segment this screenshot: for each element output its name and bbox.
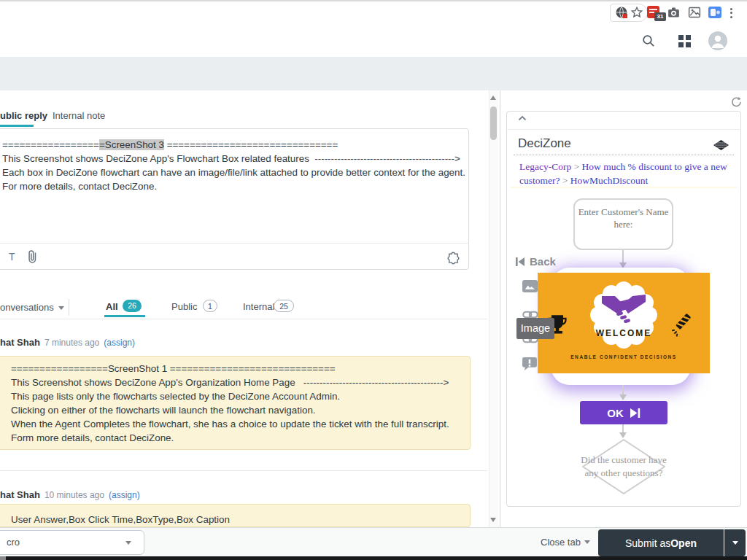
connector-line	[622, 250, 624, 263]
scroll-up-arrow[interactable]	[490, 96, 496, 100]
refresh-icon[interactable]	[730, 96, 741, 107]
editor-line-3: Each box in DeciZone flowchart can have …	[2, 166, 465, 179]
filter-internal[interactable]: Internal	[243, 301, 274, 312]
bookmark-star-icon[interactable]	[630, 6, 643, 19]
chevron-down-icon	[125, 541, 131, 545]
search-icon[interactable]	[642, 34, 655, 47]
app-title: DeciZone	[518, 136, 571, 151]
tab-internal-note[interactable]: Internal note	[53, 110, 105, 121]
chevron-down-icon	[732, 541, 738, 545]
decizone-logo-icon	[713, 139, 729, 151]
connector-arrowhead	[619, 432, 627, 438]
filter-public[interactable]: Public	[171, 301, 197, 312]
close-tab-label: Close tab	[541, 537, 581, 548]
editor-line-1: ==================ScreenShot 3 =========…	[2, 138, 338, 152]
flowchart-start-box[interactable]: Enter Customer's Name here:	[573, 198, 673, 250]
app-toolbar	[0, 22, 747, 58]
breadcrumb-org-link[interactable]: Legacy-Corp	[519, 161, 571, 172]
divider	[0, 470, 487, 471]
comment-time: 7 minutes ago	[44, 338, 99, 348]
submit-prefix: Submit as	[625, 537, 670, 549]
editor-line-4: For more details, contact DeciZone.	[2, 179, 157, 193]
editor-line-2: This Screenshot shows DeciZone App's Flo…	[2, 152, 460, 166]
browser-chrome: 31	[0, 0, 747, 24]
sidebar-divider	[500, 90, 500, 527]
comment-time: 10 minutes ago	[44, 490, 104, 500]
breadcrumb-node-link[interactable]: HowMuchDiscount	[570, 175, 649, 186]
note-line: =================ScreenShot 1 ==========…	[11, 362, 336, 376]
site-info-icon[interactable]	[615, 6, 628, 19]
tagline-text: ENABLE CONFIDENT DECISIONS	[538, 354, 710, 359]
notes-extension-icon[interactable]	[688, 6, 701, 19]
app-window: 31 Apps ublic reply Internal note	[0, 0, 747, 560]
firecracker-icon	[670, 313, 694, 338]
selected-text: =ScreenShot 3	[99, 139, 164, 150]
decision-line: any other questions?	[569, 467, 678, 480]
handshake-icon	[600, 293, 647, 324]
skip-back-icon	[515, 257, 525, 267]
assign-link[interactable]: (assign)	[104, 338, 135, 348]
editor-footer-separator	[0, 243, 469, 244]
welcome-image[interactable]: WELCOME ENABLE CONFIDENT DECISIONS	[538, 273, 710, 373]
dotted-divider	[514, 155, 734, 155]
macro-select[interactable]: cro	[0, 530, 144, 555]
welcome-badge: WELCOME	[595, 286, 653, 344]
bottom-edge-notch	[0, 556, 6, 560]
panel-separator	[506, 129, 741, 130]
filter-active-underline	[104, 315, 145, 317]
connector-arrowhead	[619, 394, 627, 400]
breadcrumb-underline	[511, 187, 737, 188]
chevron-down-icon	[58, 306, 64, 310]
divider	[0, 319, 487, 319]
calendar-extension-badge: 31	[654, 12, 666, 21]
filter-all-count: 26	[123, 300, 142, 312]
close-tab-button[interactable]: Close tab	[541, 537, 590, 548]
filter-internal-count: 25	[274, 300, 294, 312]
filter-public-count: 1	[203, 300, 217, 312]
active-tab-underline	[0, 125, 34, 127]
text-format-icon[interactable]: T	[9, 251, 15, 262]
image-tooltip: Image	[516, 318, 554, 339]
scroll-down-arrow[interactable]	[490, 518, 496, 522]
editor-apps-icon[interactable]	[446, 251, 460, 265]
comment-header: hat Shah 10 minutes ago (assign)	[0, 489, 140, 500]
note-line: Form more details, contact DeciZone.	[11, 431, 174, 445]
back-button[interactable]: Back	[515, 255, 556, 268]
comment-header: hat Shah 7 minutes ago (assign)	[0, 337, 135, 348]
camera-extension-icon[interactable]	[667, 6, 681, 19]
comment-author: hat Shah	[0, 489, 40, 500]
comment-author: hat Shah	[0, 337, 40, 348]
chevron-down-icon	[584, 540, 590, 544]
image-attachment-icon[interactable]	[522, 280, 538, 292]
apps-grid-icon[interactable]	[678, 35, 691, 47]
bottom-edge-strip	[0, 556, 747, 560]
note-line: This page lists only the flowcharts sele…	[11, 389, 340, 403]
ok-button[interactable]: OK	[580, 401, 667, 424]
avatar[interactable]	[708, 31, 727, 50]
attachment-icon[interactable]	[26, 249, 38, 264]
note-line: User Answer,Box Click Time,BoxType,Box C…	[11, 513, 230, 526]
browser-menu-icon[interactable]	[730, 6, 732, 20]
breadcrumb-separator: >	[574, 161, 580, 172]
note-bubble-icon[interactable]	[522, 357, 538, 372]
filter-all[interactable]: All	[106, 301, 118, 312]
assign-link[interactable]: (assign)	[109, 490, 140, 500]
submit-options-button[interactable]	[724, 529, 746, 556]
skip-next-icon	[630, 408, 640, 419]
breadcrumb: Legacy-Corp > How much % discount to giv…	[519, 160, 729, 187]
conversations-dropdown[interactable]: onversations	[0, 302, 54, 313]
scrollbar-thumb[interactable]	[490, 106, 497, 140]
note-line: Clicking on either of the flowcharts wil…	[11, 403, 316, 417]
main-scrollbar[interactable]	[489, 90, 498, 527]
blue-extension-icon[interactable]	[708, 7, 721, 18]
filter-divider	[69, 299, 69, 316]
collapse-panel-icon[interactable]	[518, 115, 527, 121]
submit-button[interactable]: Submit as Open	[598, 529, 724, 556]
ok-label: OK	[607, 407, 624, 419]
note-line: This Screenshot shows DeciZone App's Org…	[11, 376, 449, 389]
tab-public-reply[interactable]: ublic reply	[0, 110, 47, 121]
note-line: When the Agent Completes the flowchart, …	[11, 417, 449, 431]
welcome-text: WELCOME	[595, 328, 653, 338]
breadcrumb-separator: >	[562, 175, 568, 186]
submit-status: Open	[670, 537, 697, 549]
